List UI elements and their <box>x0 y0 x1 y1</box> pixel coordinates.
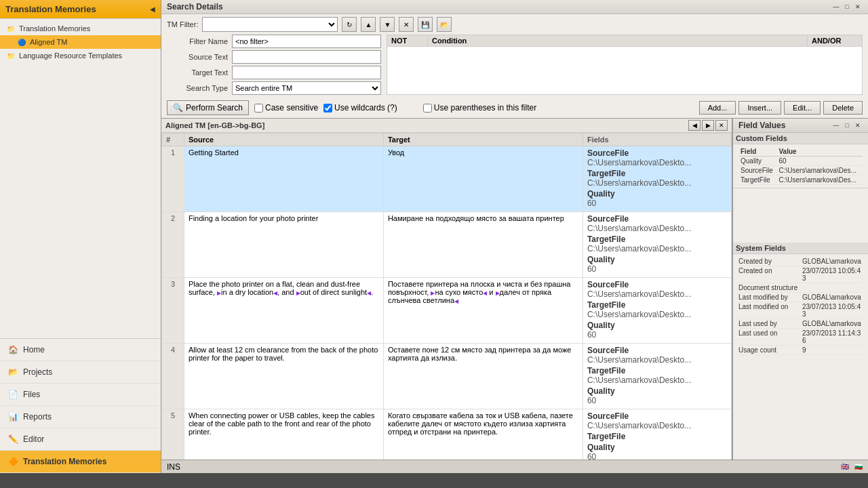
system-field-key: Usage count <box>738 346 800 354</box>
panel-controls: — □ ✕ <box>831 2 863 12</box>
sidebar-nav-reports[interactable]: 📊 Reports <box>0 406 161 428</box>
toolbar-refresh-btn[interactable]: ↻ <box>342 17 357 32</box>
results-prev-btn[interactable]: ◀ <box>688 120 701 131</box>
table-row[interactable]: 1 Getting Started Увод SourceFileC:\User… <box>162 146 732 212</box>
tm-filter-select[interactable] <box>202 17 338 32</box>
sidebar-nav-projects[interactable]: 📂 Projects <box>0 361 161 384</box>
condition-panel: NOT Condition AND/OR <box>387 35 863 95</box>
fv-minimize-btn[interactable]: — <box>831 121 841 130</box>
custom-field-row: Quality60 <box>738 157 863 166</box>
table-row[interactable]: 4 Allow at least 12 cm clearance from th… <box>162 344 732 409</box>
system-field-value: GLOBAL\amarkova <box>802 293 861 301</box>
sidebar-nav-tm[interactable]: 🔶 Translation Memories <box>0 451 161 473</box>
col-header-source: Source <box>184 134 383 146</box>
results-table: # Source Target Fields 1 Getting Started… <box>161 133 732 460</box>
panel-minimize-btn[interactable]: — <box>831 2 841 12</box>
edit-button[interactable]: Edit... <box>784 101 821 115</box>
panel-restore-btn[interactable]: □ <box>842 2 852 12</box>
folder-icon: 📁 <box>5 23 16 34</box>
search-details-panel: Search Details — □ ✕ TM Filter: ↻ ▲ ▼ ✕ … <box>161 0 868 119</box>
sidebar-nav-editor[interactable]: ✏️ Editor <box>0 428 161 451</box>
row-number: 1 <box>162 146 184 212</box>
custom-col-value: Value <box>776 147 863 157</box>
panel-close-btn[interactable]: ✕ <box>853 2 863 12</box>
search-bottom: 🔍 Perform Search Case sensitive Use wild… <box>161 98 868 118</box>
fv-title: Field Values <box>738 121 785 130</box>
source-text: Getting Started <box>184 146 383 212</box>
target-text: Когато свързвате кабела за ток и USB каб… <box>383 409 583 460</box>
results-close-btn[interactable]: ✕ <box>715 120 728 131</box>
toolbar-open-btn[interactable]: 📂 <box>437 17 452 32</box>
add-button[interactable]: Add... <box>699 101 736 115</box>
system-field-row: Document structure <box>738 283 863 293</box>
custom-field-name: SourceFile <box>738 166 776 176</box>
custom-fields-title: Custom Fields <box>733 133 868 144</box>
filter-name-input[interactable] <box>232 35 381 48</box>
custom-field-value: 60 <box>776 157 863 166</box>
reports-icon: 📊 <box>7 411 19 423</box>
row-number: 3 <box>162 278 184 344</box>
results-next-btn[interactable]: ▶ <box>702 120 714 131</box>
table-row[interactable]: 5 When connecting power or USB cables, k… <box>162 409 732 460</box>
col-header-num: # <box>162 134 184 146</box>
sidebar-nav-files[interactable]: 📄 Files <box>0 384 161 406</box>
toolbar-up-btn[interactable]: ▲ <box>361 17 376 32</box>
status-text: INS <box>167 462 180 472</box>
sidebar-collapse-btn[interactable]: ◀ <box>150 5 155 13</box>
condition-col-condition: Condition <box>428 35 808 46</box>
system-field-key: Last used by <box>738 320 800 327</box>
use-wildcards-checkbox[interactable] <box>323 104 332 113</box>
sidebar-item-translation-memories[interactable]: 📁 Translation Memories <box>0 22 161 35</box>
search-type-select[interactable]: Search entire TM <box>232 81 381 95</box>
case-sensitive-checkbox[interactable] <box>254 104 263 113</box>
filter-form: Filter Name Source Text Target Text Sear… <box>161 35 868 98</box>
system-field-row: Last modified byGLOBAL\amarkova <box>738 293 863 302</box>
target-text: Поставете принтера на плоска и чиста и б… <box>383 278 583 344</box>
source-text-input[interactable] <box>232 50 381 64</box>
row-meta: SourceFileC:\Users\amarkova\Deskto... Ta… <box>583 409 731 460</box>
filter-fields: Filter Name Source Text Target Text Sear… <box>167 35 381 95</box>
table-row[interactable]: 3 Place the photo printer on a flat, cle… <box>162 278 732 344</box>
nav-label-projects: Projects <box>23 367 52 377</box>
system-field-row: Created byGLOBAL\amarkova <box>738 257 863 266</box>
sidebar-item-aligned-tm[interactable]: 🔵 Aligned TM <box>0 35 161 49</box>
status-flag-uk: 🇬🇧 <box>841 463 849 470</box>
tm-nav-icon: 🔶 <box>7 455 19 468</box>
fv-restore-btn[interactable]: □ <box>842 121 852 130</box>
table-row[interactable]: 2 Finding a location for your photo prin… <box>162 212 732 278</box>
sidebar-header: Translation Memories ◀ <box>0 0 161 19</box>
sidebar-nav-home[interactable]: 🏠 Home <box>0 339 161 361</box>
editor-icon: ✏️ <box>7 433 19 445</box>
insert-button[interactable]: Insert... <box>738 101 781 115</box>
row-meta: SourceFileC:\Users\amarkova\Deskto... Ta… <box>583 344 731 409</box>
use-wildcards-label: Use wildcards (?) <box>334 103 397 113</box>
perform-search-button[interactable]: 🔍 Perform Search <box>167 100 249 115</box>
tm-results-area: Aligned TM [en-GB->bg-BG] ◀ ▶ ✕ # Source <box>161 119 868 460</box>
condition-header: NOT Condition AND/OR <box>387 35 863 46</box>
condition-col-not: NOT <box>387 35 428 46</box>
results-panel-title: Aligned TM [en-GB->bg-BG] <box>165 121 264 129</box>
toolbar-delete-btn[interactable]: ✕ <box>399 17 414 32</box>
system-field-value: GLOBAL\amarkova <box>802 320 861 327</box>
status-flag-bg: 🇧🇬 <box>854 463 863 470</box>
system-field-key: Created by <box>738 258 800 265</box>
target-text-input[interactable] <box>232 66 381 79</box>
system-field-value: 23/07/2013 11:14:36 <box>802 329 863 344</box>
system-field-key: Created on <box>738 267 800 282</box>
system-fields-title: System Fields <box>733 243 868 254</box>
nav-label-reports: Reports <box>23 412 52 422</box>
filter-name-label: Filter Name <box>167 37 228 45</box>
fv-close-btn[interactable]: ✕ <box>853 121 863 130</box>
custom-fields-table: Field Value Quality60SourceFileC:\Users\… <box>738 147 863 185</box>
system-field-key: Last used on <box>738 329 800 344</box>
results-panel: Aligned TM [en-GB->bg-BG] ◀ ▶ ✕ # Source <box>161 119 732 460</box>
target-text: Оставете поне 12 см място зад принтера з… <box>383 344 583 409</box>
delete-button[interactable]: Delete <box>823 101 863 115</box>
sidebar-item-language-resources[interactable]: 📁 Language Resource Templates <box>0 49 161 62</box>
filter-name-row: Filter Name <box>167 35 381 48</box>
toolbar-save-btn[interactable]: 💾 <box>418 17 433 32</box>
toolbar-down-btn[interactable]: ▼ <box>380 17 395 32</box>
custom-field-value: C:\Users\amarkova\Des... <box>776 176 863 185</box>
row-meta: SourceFileC:\Users\amarkova\Deskto... Ta… <box>583 278 731 344</box>
use-parens-checkbox[interactable] <box>423 104 432 113</box>
